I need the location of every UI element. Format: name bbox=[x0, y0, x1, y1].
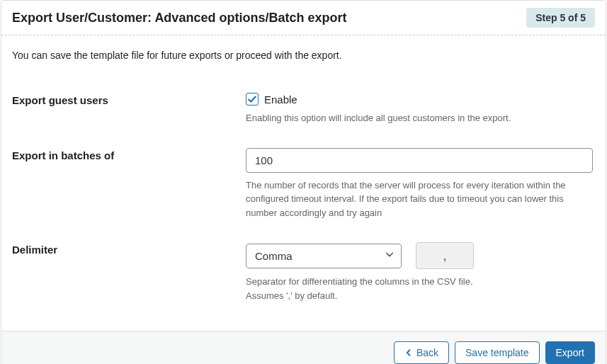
delimiter-row: Delimiter Comma , Separator for differen… bbox=[12, 242, 595, 302]
delimiter-select-row: Comma , bbox=[246, 242, 595, 269]
guest-users-helper: Enabling this option will include all gu… bbox=[246, 111, 595, 125]
export-wizard-panel: Export User/Customer: Advanced options/B… bbox=[1, 0, 606, 364]
delimiter-label: Delimiter bbox=[12, 242, 246, 256]
guest-users-control: Enable Enabling this option will include… bbox=[246, 93, 595, 125]
delimiter-control: Comma , Separator for differentiating th… bbox=[246, 242, 595, 302]
export-button-label: Export bbox=[556, 347, 584, 358]
batch-control: The number of records that the server wi… bbox=[246, 148, 595, 220]
intro-text: You can save the template file for futur… bbox=[12, 50, 595, 61]
export-button[interactable]: Export bbox=[545, 341, 595, 364]
guest-users-label: Export guest users bbox=[12, 93, 246, 106]
batch-helper: The number of records that the server wi… bbox=[246, 178, 593, 220]
step-badge: Step 5 of 5 bbox=[526, 8, 595, 28]
delimiter-select[interactable]: Comma bbox=[246, 244, 402, 268]
back-button-label: Back bbox=[416, 347, 438, 358]
batch-input[interactable] bbox=[246, 148, 593, 173]
batch-row: Export in batches of The number of recor… bbox=[12, 148, 595, 220]
panel-footer: Back Save template Export bbox=[1, 331, 606, 364]
panel-body: You can save the template file for futur… bbox=[1, 35, 606, 331]
panel-title: Export User/Customer: Advanced options/B… bbox=[12, 11, 346, 25]
guest-users-checkbox[interactable] bbox=[246, 93, 259, 106]
delimiter-select-wrap: Comma bbox=[246, 244, 402, 268]
back-button[interactable]: Back bbox=[394, 341, 449, 364]
checkmark-icon bbox=[247, 94, 257, 104]
batch-label: Export in batches of bbox=[12, 148, 246, 161]
chevron-left-icon bbox=[404, 348, 413, 357]
panel-header: Export User/Customer: Advanced options/B… bbox=[1, 1, 606, 35]
guest-users-checkbox-label: Enable bbox=[264, 93, 297, 106]
delimiter-char-display: , bbox=[416, 242, 474, 269]
guest-users-checkbox-row: Enable bbox=[246, 93, 595, 106]
delimiter-helper: Separator for differentiating the column… bbox=[246, 275, 487, 302]
save-template-button[interactable]: Save template bbox=[455, 341, 540, 364]
guest-users-row: Export guest users Enable Enabling this … bbox=[12, 93, 595, 125]
save-template-label: Save template bbox=[465, 347, 529, 358]
